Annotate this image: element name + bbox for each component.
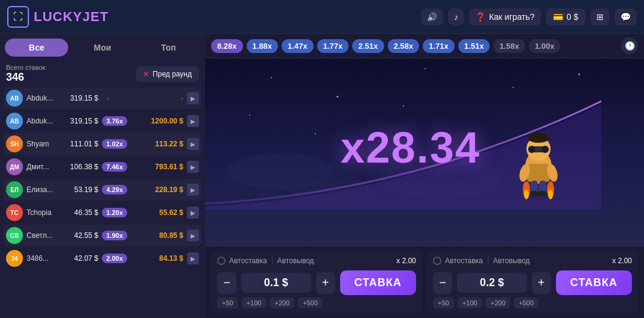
auto-stake-2[interactable]: Автоставка [433, 257, 483, 265]
bet-win: - [118, 94, 183, 102]
bet-expand-button[interactable]: ▶ [187, 161, 199, 173]
total-label: Всего ставок: [6, 64, 47, 71]
auto-withdraw-label-2: Автовывод [493, 257, 530, 265]
svg-rect-7 [527, 164, 550, 182]
bet-multiplier-dash: - [102, 94, 114, 102]
card-icon: 💳 [553, 12, 563, 22]
tab-mine[interactable]: Мои [71, 39, 134, 57]
bet-expand-button[interactable]: ▶ [187, 184, 199, 196]
bet-player-name: Abduk... [27, 117, 60, 125]
bet-panels: Автоставка Автовывод x 2.00 − 0.1 $ + СТ… [205, 246, 644, 318]
bet-expand-button[interactable]: ▶ [187, 115, 199, 127]
bet-player-name: Tchopia [27, 208, 60, 217]
music-button[interactable]: ♪ [448, 8, 464, 25]
separator-2 [488, 256, 488, 266]
balance-value: 0 $ [567, 12, 578, 22]
header-controls: 🔊 ♪ ❓ Как играть? 💳 0 $ ⊞ 💬 [421, 8, 637, 25]
quick-add-button[interactable]: +500 [298, 298, 323, 308]
panel-1-bottom: +50+100+200+500 [217, 298, 416, 308]
mult-chip[interactable]: 1.88x [247, 39, 279, 53]
svg-point-13 [537, 191, 548, 197]
bet-multiplier: 2.00x [102, 254, 127, 263]
stake-button-2[interactable]: СТАВКА [556, 270, 632, 295]
avatar: СВ [6, 227, 23, 244]
avatar: 34 [6, 250, 23, 267]
stake-button-1[interactable]: СТАВКА [340, 270, 416, 295]
table-row: СВ Светл... 42.55 $ 1.90x 80.85 $ ▶ [4, 225, 201, 246]
avatar: ЕЛ [6, 181, 23, 198]
auto-stake-1[interactable]: Автоставка [217, 257, 267, 265]
quick-add-button[interactable]: +50 [217, 298, 238, 308]
decrease-btn-2[interactable]: − [433, 272, 452, 294]
svg-point-3 [528, 146, 535, 153]
screen-icon[interactable]: ⛶ [7, 6, 29, 28]
bet-panel-1: Автоставка Автовывод x 2.00 − 0.1 $ + СТ… [211, 251, 422, 313]
quick-add-button[interactable]: +100 [458, 298, 482, 308]
mult-chip[interactable]: 1.51x [458, 39, 490, 53]
avatar: TC [6, 204, 23, 221]
mult-chip[interactable]: 1.77x [317, 39, 349, 53]
game-area: 8.28x1.88x1.47x1.77x2.51x2.58x1.71x1.51x… [205, 34, 644, 318]
bet-player-name: Abduk... [27, 94, 60, 102]
quick-add-button[interactable]: +100 [242, 298, 267, 308]
table-row: ДМ Дмит... 106.38 $ 7.46x 793.61 $ ▶ [4, 156, 201, 178]
toggle-dot-2 [433, 257, 441, 265]
main-content: Все Мои Топ Всего ставок: 346 ✕ Пред рау… [0, 34, 644, 318]
avatar: ДМ [6, 158, 23, 175]
increase-btn-1[interactable]: + [316, 272, 335, 294]
bet-multiplier: 7.46x [102, 162, 127, 172]
header: ⛶ LUCKYJET 🔊 ♪ ❓ Как играть? 💳 0 $ ⊞ 💬 [0, 0, 644, 34]
table-row: ЕЛ Елиза... 53.19 $ 4.29x 228.19 $ ▶ [4, 179, 201, 201]
bet-multiplier: 4.29x [102, 185, 127, 195]
decrease-btn-1[interactable]: − [217, 272, 236, 294]
bet-amount: 42.55 $ [63, 231, 98, 240]
avatar: AB [6, 90, 23, 107]
quick-add-button[interactable]: +200 [485, 298, 510, 308]
mult-chip[interactable]: 1.00x [529, 39, 561, 53]
quick-add-button[interactable]: +200 [270, 298, 294, 308]
tab-top[interactable]: Топ [137, 39, 200, 57]
table-row: TC Tchopia 46.35 $ 1.20x 55.62 $ ▶ [4, 202, 201, 223]
svg-point-17 [548, 190, 553, 199]
svg-rect-5 [535, 148, 542, 151]
bet-expand-button[interactable]: ▶ [187, 229, 199, 242]
question-icon: ❓ [475, 12, 485, 22]
quick-add-button[interactable]: +500 [514, 298, 538, 308]
game-canvas: x28.34 [205, 58, 644, 246]
bet-win: 228.19 $ [131, 186, 183, 194]
bet-amount: 53.19 $ [63, 186, 98, 194]
bet-expand-button[interactable]: ▶ [187, 138, 199, 150]
mult-chip[interactable]: 1.58x [493, 39, 525, 53]
chat-button[interactable]: 💬 [614, 8, 637, 25]
panel-2-middle: − 0.2 $ + СТАВКА [433, 270, 632, 295]
total-value: 346 [6, 71, 47, 84]
bet-expand-button[interactable]: ▶ [187, 207, 199, 219]
prev-round-button[interactable]: ✕ Пред раунд [136, 66, 199, 82]
balance-button[interactable]: 💳 0 $ [546, 8, 586, 25]
mult-chip[interactable]: 8.28x [211, 39, 243, 53]
increase-btn-2[interactable]: + [532, 272, 551, 294]
bet-expand-button[interactable]: ▶ [187, 252, 199, 264]
bets-header: Всего ставок: 346 ✕ Пред раунд [0, 61, 205, 86]
mult-chip[interactable]: 2.51x [352, 39, 384, 53]
bet-multiplier: 3.76x [102, 116, 127, 126]
table-row: SH Shyam 111.01 $ 1.02x 113.22 $ ▶ [4, 133, 201, 155]
auto-mult-1: x 2.00 [396, 257, 416, 265]
bet-amount: 106.38 $ [63, 163, 98, 171]
panel-1-middle: − 0.1 $ + СТАВКА [217, 270, 416, 295]
panel-1-top: Автоставка Автовывод x 2.00 [217, 256, 416, 266]
tab-all[interactable]: Все [5, 39, 68, 57]
prev-round-label: Пред раунд [153, 70, 192, 78]
mult-chip[interactable]: 1.47x [282, 39, 314, 53]
sound-button[interactable]: 🔊 [421, 8, 443, 25]
mult-chip[interactable]: 2.58x [388, 39, 420, 53]
logo-jet: JET [83, 9, 109, 24]
how-to-play-button[interactable]: ❓ Как играть? [469, 8, 541, 25]
quick-add-button[interactable]: +50 [433, 298, 454, 308]
x-icon: ✕ [143, 70, 149, 78]
bet-expand-button[interactable]: ▶ [187, 92, 199, 104]
mult-chip[interactable]: 1.71x [423, 39, 455, 53]
grid-button[interactable]: ⊞ [590, 8, 610, 25]
logo: ⛶ LUCKYJET [7, 6, 109, 28]
history-clock-button[interactable]: 🕐 [621, 37, 638, 54]
